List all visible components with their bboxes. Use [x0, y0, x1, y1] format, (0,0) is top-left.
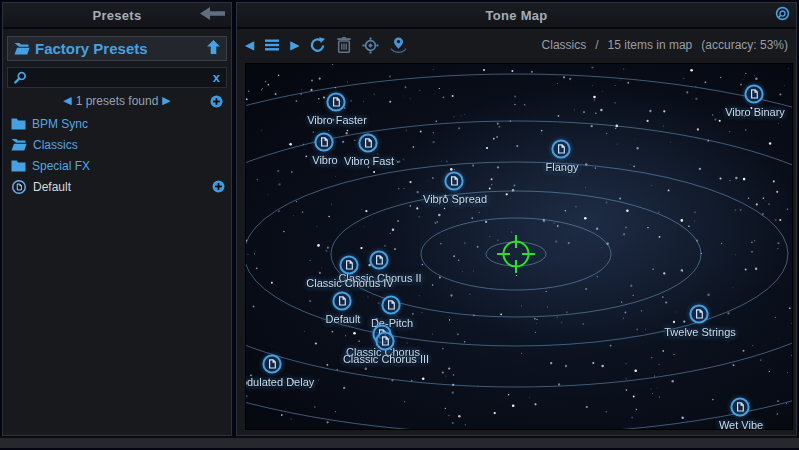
- preset-marker-label: Modulated Delay: [245, 376, 314, 388]
- preset-marker-twelve-strings[interactable]: Twelve Strings: [688, 303, 712, 327]
- folder-list: BPM SyncClassicsSpecial FXDefault: [7, 113, 227, 197]
- window-bottom-edge: [0, 436, 799, 448]
- add-preset-button[interactable]: [212, 180, 225, 193]
- map-pin-button[interactable]: [390, 37, 407, 53]
- map-status: Classics / 15 items in map (accuracy: 53…: [542, 38, 788, 52]
- preset-marker-classic-chorus-iv[interactable]: Classic Chorus IV: [338, 254, 362, 278]
- folder-closed-icon: [11, 118, 26, 130]
- locate-button[interactable]: [362, 37, 379, 54]
- preset-marker-default[interactable]: Default: [331, 290, 355, 314]
- tone-map-title: Tone Map: [485, 8, 547, 23]
- knob-icon: [775, 6, 790, 25]
- tone-map-canvas[interactable]: Vibro FasterVibroVibro FastVibro SpreadF…: [245, 63, 793, 430]
- search-icon: [14, 71, 27, 84]
- triangle-left-icon: ◀: [245, 39, 254, 51]
- tone-map-panel: Tone Map ◀▶ Classics / 15 items in map (…: [236, 2, 797, 436]
- preset-marker-vibro-spread[interactable]: Vibro Spread: [443, 170, 467, 194]
- item-label: Special FX: [32, 159, 90, 173]
- tone-map-header: Tone Map: [237, 3, 796, 29]
- item-label: Classics: [33, 138, 78, 152]
- bank-selector[interactable]: Factory Presets: [7, 36, 227, 61]
- results-count: 1 presets found: [76, 94, 159, 108]
- knob-view-button[interactable]: [775, 3, 790, 27]
- refresh-icon: [310, 37, 326, 53]
- preset-marker-label: Wet Vibe: [719, 419, 763, 430]
- bank-up-button[interactable]: [207, 40, 220, 58]
- folder-item-bpm-sync[interactable]: BPM Sync: [7, 113, 227, 134]
- delete-button[interactable]: [337, 37, 351, 53]
- next-button[interactable]: ▶: [290, 39, 299, 51]
- menu-icon: [265, 39, 279, 51]
- status-separator: /: [595, 38, 598, 52]
- presets-header: Presets: [3, 3, 231, 29]
- folder-item-special-fx[interactable]: Special FX: [7, 155, 227, 176]
- folder-open-icon: [11, 138, 27, 151]
- menu-button[interactable]: [265, 39, 279, 51]
- item-label: BPM Sync: [32, 117, 88, 131]
- preset-marker-vibro-binary[interactable]: Vibro Binary: [743, 83, 767, 107]
- trash-icon: [337, 37, 351, 53]
- tone-map-toolbar: ◀▶ Classics / 15 items in map (accuracy:…: [237, 29, 796, 61]
- preset-marker-label: Twelve Strings: [664, 326, 736, 338]
- crosshair-icon: [494, 232, 538, 276]
- add-result-button[interactable]: [210, 94, 223, 112]
- preset-marker-label: Flangy: [545, 161, 578, 173]
- preset-marker-label: Vibro Fast: [344, 155, 394, 167]
- collapse-panel-button[interactable]: [200, 3, 225, 27]
- preset-marker-label: Vibro: [312, 154, 337, 166]
- bank-label: Factory Presets: [35, 41, 202, 56]
- preset-marker-vibro-faster[interactable]: Vibro Faster: [325, 91, 349, 115]
- folder-closed-icon: [11, 160, 26, 172]
- prev-button[interactable]: ◀: [245, 39, 254, 51]
- preset-marker-label: Classic Chorus III: [343, 353, 429, 365]
- presets-title: Presets: [92, 8, 141, 23]
- plus-icon: [210, 94, 223, 111]
- preset-marker-label: Vibro Binary: [725, 106, 785, 118]
- preset-item-default[interactable]: Default: [7, 176, 227, 197]
- status-items: 15 items in map: [608, 38, 693, 52]
- tone-position-crosshair[interactable]: [494, 232, 538, 276]
- triangle-right-icon: ▶: [290, 39, 299, 51]
- results-pager: ◀ 1 presets found ▶: [7, 88, 227, 113]
- search-input[interactable]: [32, 70, 208, 86]
- folder-open-icon: [14, 42, 30, 55]
- search-bar: x: [7, 67, 227, 88]
- next-result-button[interactable]: ▶: [158, 95, 174, 106]
- presets-panel: Presets Factory Presets x ◀ 1 presets fo…: [2, 2, 232, 436]
- preset-marker-flangy[interactable]: Flangy: [550, 138, 574, 162]
- preset-marker-vibro-fast[interactable]: Vibro Fast: [357, 132, 381, 156]
- clear-search-button[interactable]: x: [213, 71, 220, 84]
- refresh-button[interactable]: [310, 37, 326, 53]
- map-pin-icon: [390, 37, 407, 53]
- preset-marker-label: Classic Chorus IV: [306, 277, 393, 289]
- locate-icon: [362, 37, 379, 54]
- folder-item-classics[interactable]: Classics: [7, 134, 227, 155]
- up-arrow-icon: [207, 40, 220, 58]
- preset-marker-de-pitch[interactable]: De-Pitch: [380, 294, 404, 318]
- preset-marker-modulated-delay[interactable]: Modulated Delay: [261, 353, 285, 377]
- preset-marker-classic-chorus-iii[interactable]: Classic Chorus III: [374, 330, 398, 354]
- status-accuracy: (accuracy: 53%): [701, 38, 788, 52]
- preset-marker-label: Default: [326, 313, 361, 325]
- status-category: Classics: [542, 38, 587, 52]
- preset-marker-label: Vibro Spread: [423, 193, 487, 205]
- preset-doc-icon: [11, 179, 27, 195]
- preset-marker-wet-vibe[interactable]: Wet Vibe: [729, 396, 753, 420]
- item-label: Default: [33, 180, 71, 194]
- preset-marker-label: Vibro Faster: [307, 114, 367, 126]
- back-arrow-icon: [200, 6, 225, 24]
- prev-result-button[interactable]: ◀: [59, 95, 75, 106]
- preset-marker-classic-chorus-ii[interactable]: Classic Chorus II: [368, 249, 392, 273]
- preset-marker-vibro[interactable]: Vibro: [313, 131, 337, 155]
